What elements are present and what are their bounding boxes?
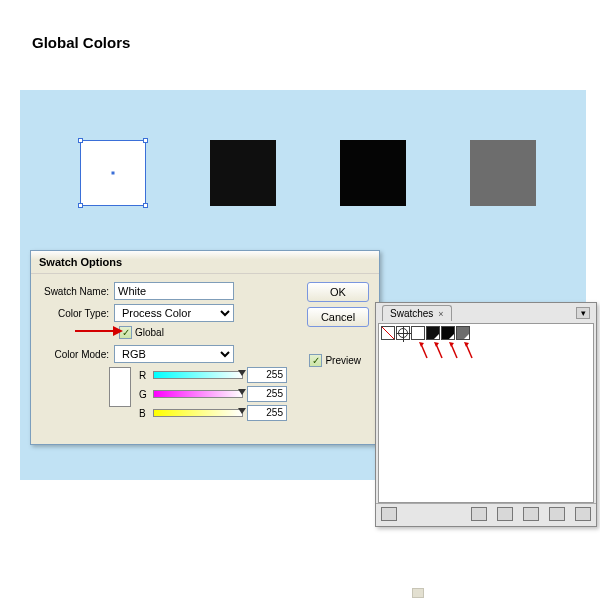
delete-swatch-icon[interactable]	[575, 507, 591, 521]
svg-line-4	[436, 344, 442, 358]
dialog-title: Swatch Options	[31, 251, 379, 274]
annotation-arrows	[419, 342, 476, 360]
g-value[interactable]: 255	[247, 386, 287, 402]
page-title: Global Colors	[32, 34, 130, 51]
tab-swatches[interactable]: Swatches ×	[382, 305, 452, 321]
swatch-black-2[interactable]	[441, 326, 455, 340]
swatch-preview-box	[109, 367, 131, 407]
swatch-kinds-icon[interactable]	[381, 507, 397, 521]
b-value[interactable]: 255	[247, 405, 287, 421]
swatch-grid	[378, 323, 594, 503]
r-value[interactable]: 255	[247, 367, 287, 383]
svg-line-6	[451, 344, 457, 358]
swatch-name-label: Swatch Name:	[39, 286, 114, 297]
b-slider[interactable]	[153, 409, 243, 417]
swatch-libraries-icon[interactable]	[471, 507, 487, 521]
scrollbar-fragment-icon	[412, 588, 424, 598]
color-mode-label: Color Mode:	[39, 349, 114, 360]
color-type-select[interactable]: Process Color	[114, 304, 234, 322]
swatches-panel: Swatches × ▾	[375, 302, 597, 527]
square-4[interactable]	[470, 140, 536, 206]
square-2[interactable]	[210, 140, 276, 206]
close-icon[interactable]: ×	[438, 309, 443, 319]
g-label: G	[139, 389, 149, 400]
svg-line-2	[421, 344, 427, 358]
svg-marker-9	[464, 342, 469, 347]
svg-marker-5	[434, 342, 439, 347]
annotation-arrow-icon	[73, 324, 125, 336]
svg-line-8	[466, 344, 472, 358]
square-3[interactable]	[340, 140, 406, 206]
global-checkbox[interactable]: ✓	[119, 326, 132, 339]
swatch-black-1[interactable]	[426, 326, 440, 340]
new-swatch-icon[interactable]	[549, 507, 565, 521]
r-slider[interactable]	[153, 371, 243, 379]
svg-marker-7	[449, 342, 454, 347]
swatch-gray[interactable]	[456, 326, 470, 340]
preview-checkbox[interactable]: ✓	[309, 354, 322, 367]
swatch-none[interactable]	[381, 326, 395, 340]
svg-marker-3	[419, 342, 424, 347]
r-label: R	[139, 370, 149, 381]
rgb-sliders: R 255 G 255 B 255	[139, 367, 287, 421]
show-options-icon[interactable]	[497, 507, 513, 521]
global-label: Global	[135, 327, 164, 338]
color-mode-select[interactable]: RGB	[114, 345, 234, 363]
preview-label: Preview	[325, 355, 361, 366]
swatch-name-input[interactable]	[114, 282, 234, 300]
color-type-label: Color Type:	[39, 308, 114, 319]
tab-swatches-label: Swatches	[390, 308, 433, 319]
square-selected[interactable]	[80, 140, 146, 206]
g-slider[interactable]	[153, 390, 243, 398]
cancel-button[interactable]: Cancel	[307, 307, 369, 327]
panel-menu-icon[interactable]: ▾	[576, 307, 590, 319]
ok-button[interactable]: OK	[307, 282, 369, 302]
b-label: B	[139, 408, 149, 419]
swatch-options-dialog: Swatch Options Swatch Name: Color Type: …	[30, 250, 380, 445]
swatch-registration[interactable]	[396, 326, 410, 340]
new-group-icon[interactable]	[523, 507, 539, 521]
swatch-white[interactable]	[411, 326, 425, 340]
